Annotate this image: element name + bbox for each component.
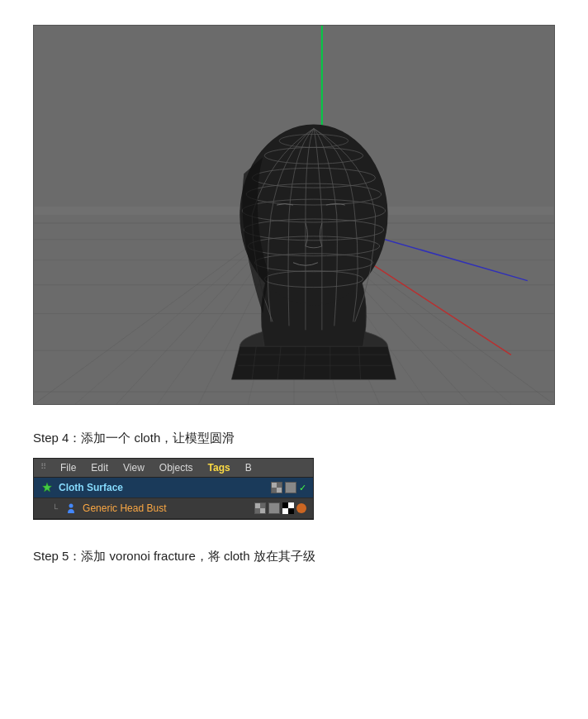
page-container: Step 4：添加一个 cloth，让模型圆滑 ⠿ File Edit View… [0, 0, 588, 599]
c4d-panel: ⠿ File Edit View Objects Tags B Cloth Su… [33, 458, 314, 520]
generic-head-bust-tags [254, 502, 306, 514]
orange-dot-tag[interactable] [296, 503, 306, 513]
tag-check-icon: ✓ [299, 483, 306, 493]
step5-text: Step 5：添加 voronoi fracture，将 cloth 放在其子级 [33, 546, 555, 566]
tag-icon-1[interactable] [271, 482, 282, 493]
menu-bookmarks[interactable]: B [244, 461, 254, 474]
svg-point-44 [69, 504, 74, 508]
cloth-surface-name: Cloth Surface [59, 482, 266, 493]
step4-text: Step 4：添加一个 cloth，让模型圆滑 [33, 428, 555, 448]
cloth-surface-tags: ✓ [271, 482, 306, 493]
tree-indent-icon: └ [52, 504, 58, 513]
menu-view[interactable]: View [121, 461, 146, 474]
menu-edit[interactable]: Edit [89, 461, 110, 474]
svg-marker-43 [43, 483, 52, 492]
tag-icon-4[interactable] [268, 502, 280, 514]
generic-head-bust-icon [64, 502, 78, 515]
menu-file[interactable]: File [59, 461, 78, 474]
tag-icon-2[interactable] [285, 482, 296, 493]
tag-icon-3[interactable] [254, 502, 266, 514]
menu-objects[interactable]: Objects [158, 461, 195, 474]
generic-head-bust-row[interactable]: └ Generic Head Bust [34, 498, 313, 519]
cloth-surface-row[interactable]: Cloth Surface ✓ [34, 478, 313, 498]
grip-dots: ⠿ [39, 461, 47, 474]
menu-tags[interactable]: Tags [206, 461, 232, 474]
viewport [33, 25, 555, 405]
checker-tag[interactable] [282, 502, 294, 514]
c4d-menubar: ⠿ File Edit View Objects Tags B [34, 459, 313, 478]
cloth-surface-icon [40, 481, 54, 494]
generic-head-bust-name: Generic Head Bust [83, 502, 249, 514]
